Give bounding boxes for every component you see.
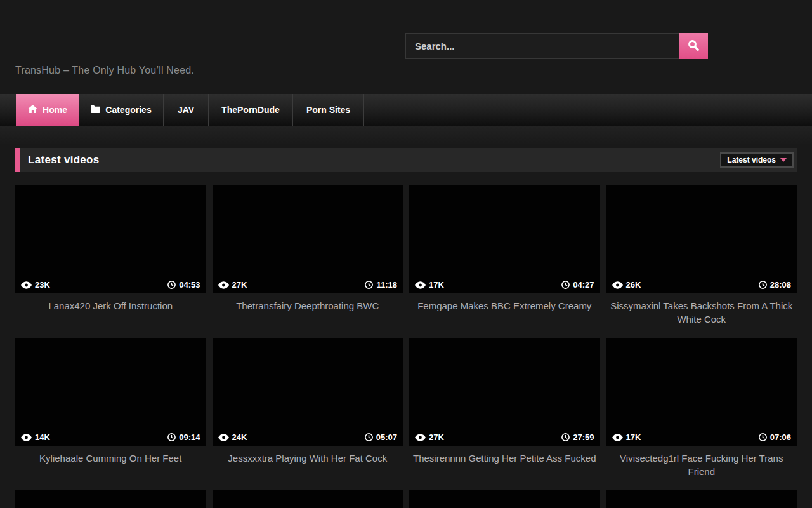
duration-text: 11:18 <box>376 280 397 290</box>
clock-icon <box>167 281 176 289</box>
video-title[interactable]: Kyliehaale Cumming On Her Feet <box>15 451 206 465</box>
video-thumbnail[interactable]: 23K 04:53 <box>15 185 206 293</box>
video-thumbnail[interactable] <box>409 490 600 508</box>
views-stat: 26K <box>612 280 641 290</box>
video-thumbnail[interactable]: 24K 05:07 <box>213 338 403 446</box>
video-card[interactable] <box>409 490 600 508</box>
nav-item-label: Home <box>43 105 67 115</box>
video-title[interactable]: Sissymaxinl Takes Backshots From A Thick… <box>606 299 797 326</box>
eye-icon <box>218 281 229 289</box>
duration-text: 05:07 <box>376 432 397 442</box>
video-thumbnail[interactable] <box>15 490 206 508</box>
search-input[interactable] <box>405 33 679 59</box>
video-thumbnail[interactable] <box>213 490 403 508</box>
eye-icon <box>415 434 426 441</box>
video-title[interactable]: Jessxxxtra Playing With Her Fat Cock <box>213 451 403 465</box>
video-title[interactable]: Vivisectedg1rl Face Fucking Her Trans Fr… <box>606 451 797 478</box>
video-card[interactable]: 17K 04:27 Femgape Makes BBC Extremely Cr… <box>409 185 600 338</box>
video-card[interactable] <box>213 490 403 508</box>
video-thumbnail[interactable] <box>606 490 797 508</box>
video-card[interactable]: 26K 28:08 Sissymaxinl Takes Backshots Fr… <box>606 185 797 338</box>
section-header: Latest videos Latest videos <box>15 148 797 172</box>
video-thumbnail[interactable]: 27K 27:59 <box>409 338 600 446</box>
video-card[interactable]: 23K 04:53 Lanax420 Jerk Off Instruction <box>15 185 206 338</box>
section-title: Latest videos <box>28 154 100 166</box>
video-card[interactable]: 17K 07:06 Vivisectedg1rl Face Fucking He… <box>606 338 797 490</box>
nav-item-label: Porn Sites <box>306 105 350 115</box>
nav-item-jav[interactable]: JAV <box>164 94 209 126</box>
eye-icon <box>612 281 623 289</box>
clock-icon <box>167 433 176 441</box>
nav-item-label: Categories <box>105 105 151 115</box>
video-thumbnail[interactable]: 14K 09:14 <box>15 338 206 446</box>
eye-icon <box>218 434 229 441</box>
duration-stat: 27:59 <box>561 432 594 442</box>
video-stats: 24K 05:07 <box>218 432 398 442</box>
video-stats: 17K 04:27 <box>415 280 594 290</box>
views-stat: 14K <box>21 432 50 442</box>
duration-stat: 04:53 <box>167 280 200 290</box>
views-stat: 17K <box>415 280 444 290</box>
video-thumbnail[interactable]: 17K 07:06 <box>606 338 797 446</box>
video-title[interactable]: Thesirennnn Getting Her Petite Ass Fucke… <box>409 451 600 465</box>
video-title[interactable]: Thetransfairy Deepthroating BWC <box>213 299 403 312</box>
views-stat: 17K <box>612 432 641 442</box>
views-count: 24K <box>232 432 247 442</box>
nav-item-theporndude[interactable]: ThePornDude <box>209 94 293 126</box>
nav-item-label: JAV <box>178 105 194 115</box>
clock-icon <box>759 433 767 441</box>
views-count: 27K <box>429 432 444 442</box>
clock-icon <box>365 433 373 441</box>
search-button[interactable] <box>679 33 708 59</box>
eye-icon <box>415 281 426 289</box>
views-stat: 27K <box>415 432 444 442</box>
video-thumbnail[interactable]: 27K 11:18 <box>213 185 403 293</box>
section-accent-bar <box>15 148 20 172</box>
duration-text: 09:14 <box>179 432 200 442</box>
video-card[interactable] <box>606 490 797 508</box>
sort-dropdown-button[interactable]: Latest videos <box>720 152 794 168</box>
views-stat: 24K <box>218 432 247 442</box>
eye-icon <box>612 434 623 441</box>
eye-icon <box>21 434 32 441</box>
duration-stat: 07:06 <box>759 432 791 442</box>
video-stats: 27K 11:18 <box>218 280 398 290</box>
views-count: 23K <box>35 280 50 290</box>
video-stats: 27K 27:59 <box>415 432 594 442</box>
views-count: 17K <box>429 280 444 290</box>
video-card[interactable]: 27K 27:59 Thesirennnn Getting Her Petite… <box>409 338 600 490</box>
caret-down-icon <box>780 158 787 162</box>
nav-item-label: ThePornDude <box>221 105 280 115</box>
duration-stat: 05:07 <box>365 432 397 442</box>
video-stats: 23K 04:53 <box>21 280 200 290</box>
eye-icon <box>21 281 32 289</box>
clock-icon <box>759 281 767 289</box>
video-card[interactable] <box>15 490 206 508</box>
clock-icon <box>365 281 373 289</box>
duration-text: 28:08 <box>770 280 791 290</box>
search-icon <box>688 39 699 53</box>
duration-text: 04:27 <box>573 280 594 290</box>
search-bar <box>405 33 708 59</box>
nav-item-porn-sites[interactable]: Porn Sites <box>293 94 364 126</box>
video-card[interactable]: 27K 11:18 Thetransfairy Deepthroating BW… <box>213 185 403 338</box>
site-tagline: TransHub – The Only Hub You’ll Need. <box>15 65 194 76</box>
site-header: TransHub – The Only Hub You’ll Need. <box>0 0 812 94</box>
video-thumbnail[interactable]: 26K 28:08 <box>606 185 797 293</box>
video-grid: 23K 04:53 Lanax420 Jerk Off Instruction … <box>15 185 797 508</box>
video-title[interactable]: Lanax420 Jerk Off Instruction <box>15 299 206 312</box>
video-stats: 26K 28:08 <box>612 280 792 290</box>
clock-icon <box>561 281 570 289</box>
video-card[interactable]: 14K 09:14 Kyliehaale Cumming On Her Feet <box>15 338 206 490</box>
video-title[interactable]: Femgape Makes BBC Extremely Creamy <box>409 299 600 312</box>
duration-stat: 11:18 <box>365 280 397 290</box>
duration-stat: 09:14 <box>167 432 200 442</box>
views-count: 14K <box>35 432 50 442</box>
video-thumbnail[interactable]: 17K 04:27 <box>409 185 600 293</box>
nav-item-home[interactable]: Home <box>16 94 79 126</box>
nav-item-categories[interactable]: Categories <box>79 94 164 126</box>
duration-text: 27:59 <box>573 432 594 442</box>
views-count: 17K <box>626 432 641 442</box>
clock-icon <box>561 433 570 441</box>
video-card[interactable]: 24K 05:07 Jessxxxtra Playing With Her Fa… <box>213 338 403 490</box>
